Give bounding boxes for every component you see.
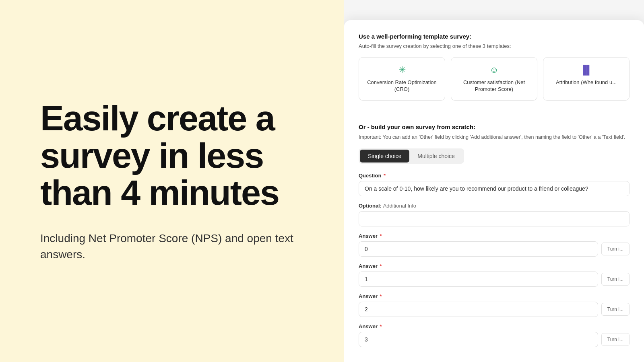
scratch-note: Important: You can add an 'Other' field … [359, 134, 630, 141]
template-section-subtitle: Auto-fill the survey creation by selecti… [359, 43, 630, 49]
optional-field-group: Optional: Additional Info [359, 203, 630, 226]
turn-in-3-button[interactable]: Turn i... [601, 333, 630, 346]
optional-label: Optional: Additional Info [359, 203, 630, 209]
answer-2-label: Answer * [359, 293, 630, 299]
answer-3-group: Answer * Turn i... [359, 323, 630, 347]
hero-subtitle: Including Net Promoter Score (NPS) and o… [40, 230, 304, 262]
turn-in-1-button[interactable]: Turn i... [601, 273, 630, 286]
answer-0-input[interactable] [359, 241, 598, 257]
template-section-title: Use a well-performing template survey: [359, 33, 630, 40]
templates-row: ✳ Conversion Rate Optimization (CRO) ☺ C… [359, 57, 630, 101]
multiple-choice-button[interactable]: Multiple choice [409, 150, 463, 162]
single-choice-button[interactable]: Single choice [360, 150, 409, 162]
nps-label: Customer satisfaction (Net Promoter Scor… [458, 79, 530, 93]
answer-0-label: Answer * [359, 233, 630, 239]
survey-card: Use a well-performing template survey: A… [344, 20, 644, 362]
answer-0-row: Turn i... [359, 241, 630, 257]
answer-3-row: Turn i... [359, 332, 630, 347]
template-card-cro[interactable]: ✳ Conversion Rate Optimization (CRO) [359, 57, 445, 101]
answer-1-label: Answer * [359, 263, 630, 269]
template-card-nps[interactable]: ☺ Customer satisfaction (Net Promoter Sc… [451, 57, 537, 101]
turn-in-0-button[interactable]: Turn i... [601, 243, 630, 255]
right-panel: Use a well-performing template survey: A… [344, 0, 644, 362]
template-card-attribution[interactable]: ▐▌ Attribution (Whe found u... [543, 57, 630, 101]
section-divider [344, 112, 644, 112]
answer-1-row: Turn i... [359, 272, 630, 287]
turn-in-2-button[interactable]: Turn i... [601, 303, 630, 316]
answer-0-group: Answer * Turn i... [359, 233, 630, 257]
cro-label: Conversion Rate Optimization (CRO) [365, 79, 438, 93]
choice-toggle-group: Single choice Multiple choice [359, 148, 464, 164]
cro-icon: ✳ [398, 65, 406, 75]
answer-2-input[interactable] [359, 302, 598, 317]
question-field-group: Question * [359, 173, 630, 196]
attribution-label: Attribution (Whe found u... [556, 79, 617, 86]
answer-2-row: Turn i... [359, 302, 630, 317]
answer-1-group: Answer * Turn i... [359, 263, 630, 287]
question-label: Question * [359, 173, 630, 179]
scratch-title: Or - build your own survey from scratch: [359, 123, 630, 130]
attribution-icon: ▐▌ [580, 65, 592, 75]
optional-input[interactable] [359, 211, 630, 226]
hero-title: Easily create a survey in less than 4 mi… [40, 100, 304, 211]
left-panel: Easily create a survey in less than 4 mi… [0, 0, 344, 362]
answer-1-input[interactable] [359, 272, 598, 287]
answer-3-label: Answer * [359, 323, 630, 329]
answer-3-input[interactable] [359, 332, 598, 347]
answer-2-group: Answer * Turn i... [359, 293, 630, 317]
nps-icon: ☺ [489, 65, 498, 75]
question-input[interactable] [359, 181, 630, 196]
